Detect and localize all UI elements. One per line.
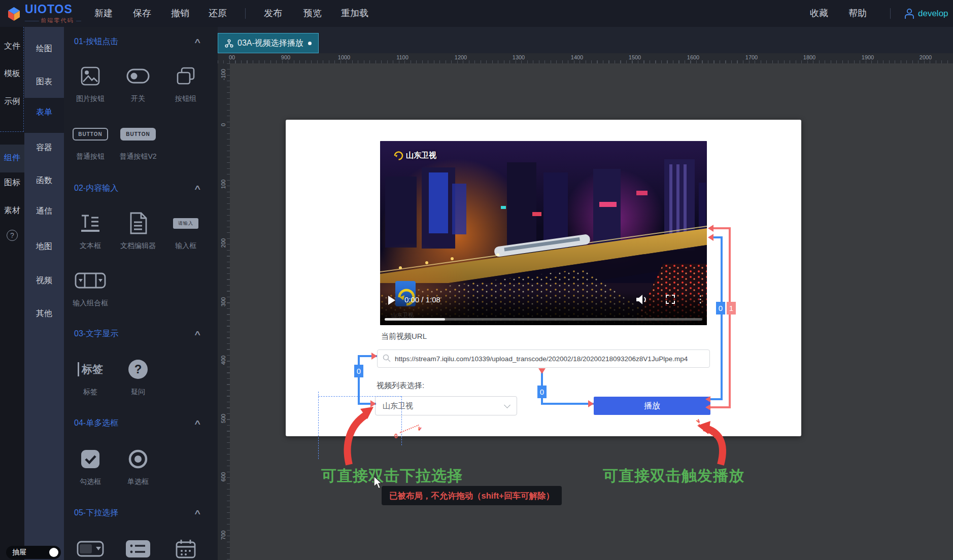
component-label: 图片按钮 (67, 94, 113, 103)
primary-sidebar: 文件 模板 示例 组件 图标 素材 ? (0, 27, 24, 560)
component-list-select[interactable] (115, 535, 161, 560)
menu-help[interactable]: 帮助 (848, 0, 867, 27)
section-button-click[interactable]: 01-按钮点击 (74, 37, 118, 47)
menu-preview[interactable]: 预览 (303, 0, 322, 27)
hruler-label: 1100 (396, 54, 409, 60)
top-menubar: UIOTOS ——— 前端零代码 — 新建 保存 撤销 还原 发布 预览 重加载… (0, 0, 953, 27)
hruler-label: 1400 (571, 54, 583, 60)
wire-port-nub (705, 396, 710, 402)
menu-new[interactable]: 新建 (94, 0, 113, 27)
chevron-up-icon[interactable]: ∧ (193, 418, 201, 426)
category-functions[interactable]: 函数 (24, 176, 64, 186)
chevron-up-icon[interactable]: ∧ (193, 183, 201, 191)
component-select[interactable] (67, 535, 113, 560)
component-label: 标签 (67, 388, 113, 397)
sidebar-item-file[interactable]: 文件 (0, 41, 24, 52)
component-plain-button-v2[interactable]: BUTTON 普通按钮V2 (115, 120, 161, 161)
sidebar-item-template[interactable]: 模板 (0, 68, 24, 79)
vruler-label: 500 (220, 408, 226, 429)
component-switch[interactable]: 开关 (115, 62, 161, 103)
vruler-label: 400 (220, 350, 226, 370)
component-checkbox[interactable]: 勾选框 (67, 445, 113, 486)
switch-icon (115, 62, 161, 90)
menu-redo[interactable]: 还原 (209, 0, 227, 27)
category-communication[interactable]: 通信 (24, 206, 64, 217)
wire-arrowhead (371, 353, 377, 360)
menu-undo[interactable]: 撤销 (171, 0, 189, 27)
port-badge: 1 (727, 302, 736, 314)
component-tag-label[interactable]: 标签 标签 (67, 355, 113, 397)
hruler-label: 900 (281, 54, 290, 60)
category-maps[interactable]: 地图 (24, 241, 64, 252)
category-video[interactable]: 视频 (24, 275, 64, 286)
component-label: 文本框 (67, 241, 113, 251)
category-charts[interactable]: 图表 (24, 77, 64, 87)
tagline-dash-left: ——— (25, 18, 39, 23)
category-containers[interactable]: 容器 (24, 143, 64, 153)
tag-label-icon: 标签 (67, 355, 113, 383)
sidebar-item-assets[interactable]: 素材 (0, 205, 24, 216)
volume-icon[interactable] (636, 295, 649, 304)
section-text-display[interactable]: 03-文字显示 (74, 329, 118, 339)
wire-right-red-h2 (713, 227, 731, 229)
wire-right-blue-v (721, 236, 723, 400)
question-icon: ? (115, 355, 161, 383)
section-dropdown[interactable]: 05-下拉选择 (74, 508, 118, 518)
user-icon (904, 8, 914, 19)
tab-modified-dot (308, 42, 312, 45)
app-logo[interactable]: UIOTOS ——— 前端零代码 — (7, 3, 81, 24)
sidebar-item-components[interactable]: 组件 (0, 153, 24, 163)
component-input-field[interactable]: 请输入 输入框 (163, 209, 209, 251)
sidebar-item-example[interactable]: 示例 (0, 96, 24, 107)
design-canvas[interactable]: 山东卫视 山东卫视 0:00 / 1:08 ⋮ (230, 63, 953, 560)
chevron-up-icon[interactable]: ∧ (193, 37, 201, 45)
chevron-up-icon[interactable]: ∧ (193, 508, 201, 516)
menu-publish[interactable]: 发布 (264, 0, 282, 27)
tab-video-select-play[interactable]: 03A-视频选择播放 (218, 33, 319, 53)
url-label: 当前视频URL (381, 332, 427, 341)
category-forms[interactable]: 表单 (24, 107, 64, 118)
category-other[interactable]: 其他 (24, 308, 64, 319)
progress-bar[interactable] (385, 318, 702, 321)
fullscreen-icon[interactable] (666, 295, 675, 304)
drawer-knob[interactable] (49, 548, 58, 557)
component-question[interactable]: ? 疑问 (115, 355, 161, 397)
component-calendar-select[interactable] (163, 535, 209, 560)
video-url-input[interactable] (377, 349, 710, 368)
wire-right-red-h1 (710, 406, 731, 408)
component-label: 普通按钮V2 (115, 152, 161, 161)
more-options-icon[interactable]: ⋮ (696, 293, 705, 305)
play-icon[interactable] (388, 296, 395, 305)
video-list-label: 视频列表选择: (377, 381, 424, 391)
channel-watermark: 山东卫视 (393, 150, 436, 160)
component-input-combo[interactable]: 输入组合框 (67, 266, 113, 308)
section-check-radio[interactable]: 04-单多选框 (74, 418, 118, 429)
video-select-dropdown[interactable]: 山东卫视 (375, 396, 517, 415)
menu-favorites[interactable]: 收藏 (810, 0, 828, 27)
component-plain-button[interactable]: BUTTON 普通按钮 (67, 120, 113, 161)
chevron-up-icon[interactable]: ∧ (193, 329, 201, 337)
component-radio[interactable]: 单选框 (115, 445, 161, 486)
component-label: 文档编辑器 (115, 241, 161, 251)
menu-reload[interactable]: 重加载 (341, 0, 368, 27)
hruler-label: 1000 (338, 54, 350, 60)
vruler-label: 300 (220, 292, 226, 312)
user-account[interactable]: develop (904, 0, 948, 27)
category-drawing[interactable]: 绘图 (24, 44, 64, 54)
watermark-text: 山东卫视 (406, 151, 436, 160)
component-textbox[interactable]: 文本框 (67, 209, 113, 251)
drawer-toggle[interactable]: 抽屉 (6, 546, 61, 559)
component-button-group[interactable]: 按钮组 (163, 62, 209, 103)
component-doc-editor[interactable]: 文档编辑器 (115, 209, 161, 251)
video-player[interactable]: 山东卫视 山东卫视 0:00 / 1:08 ⋮ (380, 141, 707, 325)
component-image-button[interactable]: 图片按钮 (67, 62, 113, 103)
image-button-icon (67, 62, 113, 90)
play-button[interactable]: 播放 (594, 397, 710, 415)
sidebar-item-icons[interactable]: 图标 (0, 178, 24, 188)
section-content-input[interactable]: 02-内容输入 (74, 183, 118, 194)
hruler-label: 1300 (513, 54, 525, 60)
progress-buffered (385, 318, 445, 321)
menu-save[interactable]: 保存 (133, 0, 151, 27)
help-circle-icon[interactable]: ? (7, 230, 18, 241)
component-label: 输入组合框 (67, 299, 113, 308)
